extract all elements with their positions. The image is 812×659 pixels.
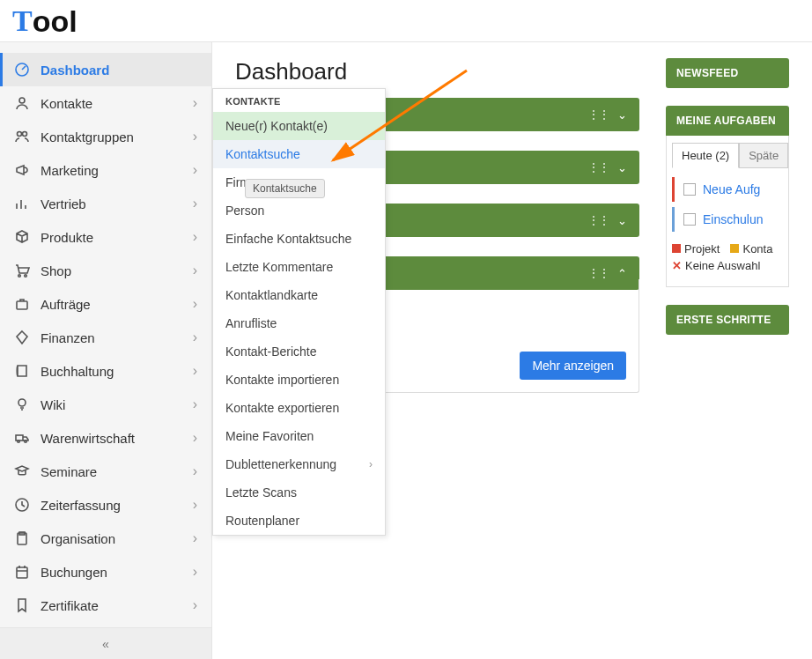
task-link[interactable]: Neue Aufg (703, 182, 760, 196)
submenu-item[interactable]: Kontaktsuche (213, 140, 385, 168)
sidebar-item-label: Zertifikate (41, 598, 193, 613)
checkbox-icon[interactable] (683, 213, 696, 226)
submenu-item-label: Einfache Kontaktsuche (225, 232, 351, 246)
sidebar-item-label: Aufträge (41, 297, 193, 312)
logo-rest: ool (33, 6, 78, 36)
tasks-panel-header[interactable]: MEINE AUFGABEN (666, 106, 789, 136)
legend-keine: Keine Auswahl (685, 259, 760, 272)
svg-point-9 (18, 441, 20, 443)
sidebar-item-zertifikate[interactable]: Zertifikate› (0, 589, 211, 622)
drag-handle-icon: ⋮⋮ (587, 213, 609, 227)
sidebar-item-shop[interactable]: Shop› (0, 254, 211, 287)
bookmark-icon (14, 597, 35, 613)
task-link[interactable]: Einschulun (703, 212, 764, 226)
tab-later[interactable]: Späte (739, 143, 788, 168)
chevron-right-icon: › (193, 463, 197, 479)
sidebar-item-buchhaltung[interactable]: Buchhaltung› (0, 354, 211, 388)
first-steps-panel[interactable]: ERSTE SCHRITTE (666, 305, 789, 335)
submenu-item[interactable]: Einfache Kontaktsuche (213, 225, 385, 253)
submenu-item[interactable]: Letzte Scans (213, 478, 385, 507)
submenu-item[interactable]: Kontakt-Berichte (213, 337, 385, 366)
user-icon (14, 95, 35, 111)
chevron-right-icon: › (193, 363, 197, 379)
submenu-item-label: Neue(r) Kontakt(e) (225, 119, 328, 133)
drag-handle-icon: ⋮⋮ (587, 107, 609, 122)
chevron-down-icon: ⌄ (617, 214, 627, 227)
book-icon (14, 363, 35, 379)
svg-rect-6 (17, 301, 27, 309)
sidebar-item-label: Shop (41, 263, 193, 278)
svg-rect-14 (17, 567, 27, 578)
chevron-right-icon: › (193, 95, 197, 111)
chevron-down-icon: ⌄ (617, 108, 627, 122)
chevron-right-icon: › (193, 229, 197, 245)
submenu-item[interactable]: Kontaktlandkarte (213, 281, 385, 309)
sidebar-item-label: Buchungen (41, 565, 193, 580)
tooltip: Kontaktsuche (245, 179, 325, 198)
clipboard-icon (14, 530, 35, 546)
sidebar-item-finanzen[interactable]: Finanzen› (0, 321, 211, 354)
sidebar-item-label: Zeiterfassung (41, 498, 193, 513)
chevron-right-icon: › (193, 396, 197, 412)
submenu-item-label: Kontakte exportieren (225, 401, 339, 415)
submenu-item-label: Anrufliste (225, 316, 277, 330)
submenu-item[interactable]: Kontakte exportieren (213, 394, 385, 422)
submenu-item[interactable]: Routenplaner (213, 507, 385, 535)
chevron-right-icon: › (193, 162, 197, 178)
svg-point-2 (18, 132, 22, 137)
sidebar-item-dashboard[interactable]: Dashboard (0, 53, 211, 86)
checkbox-icon[interactable] (683, 183, 696, 196)
sidebar-item-label: Vertrieb (41, 196, 193, 211)
sidebar-item-kontakte[interactable]: Kontakte› (0, 86, 211, 120)
sidebar-item-organisation[interactable]: Organisation› (0, 522, 211, 555)
chevron-right-icon: › (193, 564, 197, 580)
sidebar-item-label: Produkte (41, 230, 193, 245)
show-more-button[interactable]: Mehr anzeigen (520, 352, 626, 380)
submenu-item-label: Meine Favoriten (225, 429, 314, 443)
megaphone-icon (14, 162, 35, 178)
sidebar-item-produkte[interactable]: Produkte› (0, 220, 211, 254)
sidebar-item-vertrieb[interactable]: Vertrieb› (0, 187, 211, 220)
grad-icon (14, 463, 35, 479)
sidebar-item-label: Kontakte (41, 96, 193, 111)
tab-today[interactable]: Heute (2) (672, 143, 739, 168)
newsfeed-panel[interactable]: NEWSFEED (666, 58, 789, 88)
submenu-item[interactable]: Person (213, 196, 385, 225)
submenu-header: KONTAKTE (213, 89, 385, 112)
sidebar-item-label: Organisation (41, 531, 193, 546)
submenu-item[interactable]: Meine Favoriten (213, 422, 385, 450)
chevron-right-icon: › (369, 458, 373, 470)
sidebar-item-marketing[interactable]: Marketing› (0, 153, 211, 187)
sidebar-item-seminare[interactable]: Seminare› (0, 455, 211, 488)
submenu-item[interactable]: Kontakte importieren (213, 366, 385, 394)
briefcase-icon (14, 296, 35, 312)
submenu-item-label: Kontakt-Berichte (225, 344, 317, 359)
task-item[interactable]: Neue Aufg (683, 177, 783, 202)
sidebar-item-aufträge[interactable]: Aufträge› (0, 287, 211, 321)
chart-icon (14, 196, 35, 211)
sidebar-item-wiki[interactable]: Wiki› (0, 388, 211, 421)
sidebar-item-label: Wiki (41, 397, 193, 412)
submenu-item-label: Dublettenerkennung (225, 457, 336, 471)
chevron-right-icon: › (193, 129, 197, 144)
sidebar-item-zeiterfassung[interactable]: Zeiterfassung› (0, 488, 211, 522)
task-item[interactable]: Einschulun (683, 207, 783, 232)
users-icon (14, 129, 35, 144)
chevron-right-icon: › (193, 296, 197, 312)
submenu-item-label: Kontaktsuche (225, 147, 300, 161)
legend-konta: Konta (742, 242, 772, 255)
submenu-item[interactable]: Letzte Kommentare (213, 253, 385, 281)
sidebar-item-warenwirtschaft[interactable]: Warenwirtschaft› (0, 421, 211, 455)
sidebar: DashboardKontakte›Kontaktgruppen›Marketi… (0, 42, 212, 659)
svg-point-5 (25, 275, 27, 278)
sidebar-item-buchungen[interactable]: Buchungen› (0, 555, 211, 589)
clock-icon (14, 497, 35, 513)
legend: Projekt Konta ✕Keine Auswahl (672, 242, 783, 272)
sidebar-item-kontaktgruppen[interactable]: Kontaktgruppen› (0, 120, 211, 153)
submenu-item[interactable]: Anrufliste (213, 309, 385, 337)
submenu-item[interactable]: Dublettenerkennung› (213, 450, 385, 478)
diamond-icon (14, 330, 35, 345)
submenu-item[interactable]: Neue(r) Kontakt(e) (213, 112, 385, 140)
chevron-down-icon: ⌄ (617, 161, 627, 174)
sidebar-collapse-button[interactable]: « (0, 627, 211, 659)
